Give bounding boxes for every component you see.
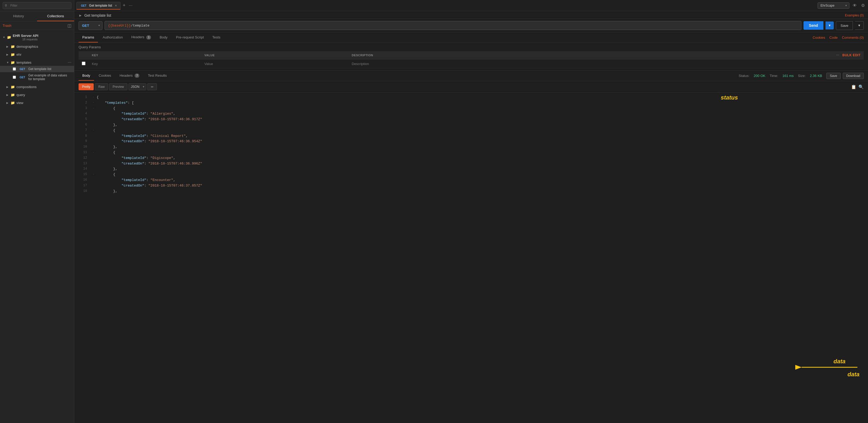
sidebar-tabs: History Collections <box>0 11 74 22</box>
new-collection-button[interactable]: ◫ <box>67 23 71 28</box>
url-display[interactable]: {{baseUrl}}/template <box>104 21 801 30</box>
method-select[interactable]: GET POST PUT DELETE PATCH <box>79 21 102 30</box>
tab-headers[interactable]: Headers 1 <box>128 32 155 43</box>
response-download-button[interactable]: Download <box>843 73 864 79</box>
format-select[interactable]: JSON XML HTML Text <box>129 84 146 90</box>
code-link[interactable]: Code <box>830 36 838 39</box>
filter-input[interactable] <box>3 2 71 9</box>
line-toggle <box>91 189 96 194</box>
code-line: 9 "createdOn": "2018-10-15T07:46:36.954Z… <box>74 139 868 144</box>
save-dropdown-button[interactable]: ▼ <box>855 21 864 30</box>
send-button[interactable]: Send <box>804 21 823 30</box>
new-tab-button[interactable]: + <box>122 2 127 9</box>
copy-icon-button[interactable]: 📋 <box>851 85 856 90</box>
folder-demographics-header[interactable]: ▶ 📁 demographics ⋯ <box>0 43 74 50</box>
line-number: 16 <box>79 177 87 183</box>
line-toggle[interactable]: - <box>91 172 96 177</box>
response-actions: Save Download <box>826 73 864 79</box>
response-status-bar: Status: 200 OK Time: 161 ms Size: 2.36 K… <box>739 73 864 79</box>
row-checkbox[interactable] <box>82 62 86 65</box>
item-checkbox[interactable] <box>13 76 16 79</box>
folder-view-header[interactable]: ▶ 📁 view ⋯ <box>0 99 74 106</box>
folder-icon: 📁 <box>11 61 15 64</box>
sidebar: ⚲ History Collections Trash ◫ ▼ 📁 EHR Se… <box>0 0 74 423</box>
value-placeholder[interactable]: Value <box>201 59 348 68</box>
folder-templates-items: GET Get template list GET Get example of… <box>0 66 74 82</box>
size-value: 2.36 KB <box>810 74 822 78</box>
resp-tab-cookies[interactable]: Cookies <box>95 71 115 81</box>
collection-name: EHR Server API <box>13 34 38 38</box>
tab-tests[interactable]: Tests <box>209 33 224 42</box>
line-toggle[interactable]: - <box>91 150 96 156</box>
tab-options-button[interactable]: ⋯ <box>128 2 133 9</box>
folder-options-icon[interactable]: ⋯ <box>68 60 71 64</box>
settings-icon-button[interactable]: ⚙ <box>860 2 866 9</box>
description-placeholder[interactable]: Description <box>348 59 593 68</box>
format-raw-button[interactable]: Raw <box>95 83 108 90</box>
wrap-lines-button[interactable]: ⇔ <box>147 83 157 90</box>
folder-query-header[interactable]: ▶ 📁 query ⋯ <box>0 91 74 98</box>
line-number: 13 <box>79 161 87 167</box>
folder-templates-header[interactable]: ▼ 📁 templates ⋯ <box>0 59 74 66</box>
search-response-button[interactable]: 🔍 <box>859 85 864 90</box>
line-content: { <box>97 128 864 133</box>
tree-item-get-template-list[interactable]: GET Get template list <box>0 66 74 72</box>
key-placeholder[interactable]: Key <box>89 59 201 68</box>
line-toggle <box>91 111 96 117</box>
line-toggle <box>91 117 96 122</box>
line-content: "createdOn": "2018-10-15T07:46:36.917Z" <box>97 117 864 122</box>
tab-close-button[interactable]: ✕ <box>115 4 117 7</box>
format-preview-button[interactable]: Preview <box>109 83 127 90</box>
line-toggle[interactable]: - <box>91 100 96 106</box>
send-dropdown-button[interactable]: ▼ <box>826 22 834 29</box>
response-section: Body Cookies Headers 7 Test Results Stat… <box>74 71 868 423</box>
line-number: 14 <box>79 166 87 172</box>
tab-history[interactable]: History <box>0 11 37 21</box>
response-save-button[interactable]: Save <box>826 73 840 79</box>
status-label: Status: <box>739 74 749 78</box>
folder-compositions-header[interactable]: ▶ 📁 compositions ⋯ <box>0 83 74 90</box>
cookies-link[interactable]: Cookies <box>813 36 825 39</box>
line-toggle[interactable]: - <box>91 95 96 100</box>
examples-link[interactable]: Examples (0) <box>845 13 864 17</box>
folder-ehr-header[interactable]: ▶ 📁 ehr ⋯ <box>0 51 74 58</box>
eye-icon-button[interactable]: 👁 <box>851 2 858 9</box>
environment-select[interactable]: EhrScape <box>817 2 849 9</box>
request-title: ► Get template list <box>79 13 111 18</box>
tab-collections[interactable]: Collections <box>37 11 74 21</box>
resp-tab-body[interactable]: Body <box>79 71 94 81</box>
item-checkbox[interactable] <box>13 67 16 71</box>
resp-tab-headers[interactable]: Headers 7 <box>116 71 143 81</box>
code-line: 11- { <box>74 150 868 156</box>
bulk-edit-link[interactable]: Bulk Edit <box>842 53 861 57</box>
time-label: Time: <box>770 74 778 78</box>
line-content: { <box>97 150 864 156</box>
comments-link[interactable]: Comments (0) <box>842 36 864 39</box>
folder-icon: 📁 <box>7 35 11 39</box>
expand-arrow-icon[interactable]: ► <box>79 13 82 18</box>
tab-authorization[interactable]: Authorization <box>99 33 127 42</box>
query-params-title: Query Params <box>79 45 864 49</box>
folder-name: demographics <box>17 44 38 48</box>
collection-header[interactable]: ▼ 📁 EHR Server API 18 requests <box>0 32 74 42</box>
resp-tab-test-results[interactable]: Test Results <box>144 71 170 81</box>
format-pretty-button[interactable]: Pretty <box>79 83 94 90</box>
folder-name: view <box>17 101 23 105</box>
chevron-down-icon: ▼ <box>6 61 9 64</box>
line-toggle[interactable]: - <box>91 128 96 133</box>
tree-item-get-example[interactable]: GET Get example of data values for templ… <box>0 72 74 82</box>
response-code-area: 1-{2- "templates": [3- {4 "templateId": … <box>74 93 868 423</box>
line-toggle[interactable]: - <box>91 106 96 111</box>
active-request-tab[interactable]: GET Get template list ✕ <box>76 2 121 9</box>
tab-params[interactable]: Params <box>79 33 98 42</box>
chevron-right-icon: ▶ <box>6 93 9 96</box>
trash-link[interactable]: Trash <box>3 24 11 28</box>
folder-icon: 📁 <box>11 85 15 89</box>
params-table: KEY VALUE DESCRIPTION ⋯ Bulk Edit Key Va… <box>79 51 864 68</box>
code-line: 7- { <box>74 128 868 133</box>
chevron-right-icon: ▶ <box>6 53 9 56</box>
line-toggle <box>91 133 96 139</box>
tab-pre-request[interactable]: Pre-request Script <box>172 33 208 42</box>
tab-body[interactable]: Body <box>156 33 171 42</box>
save-button[interactable]: Save <box>836 21 853 30</box>
